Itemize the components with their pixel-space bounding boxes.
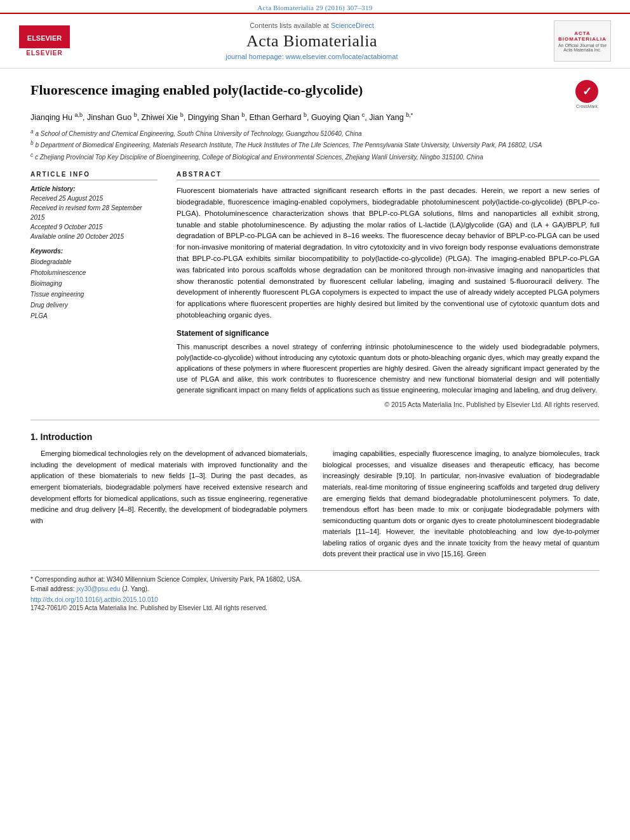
history-revised: Received in revised form 28 September 20…: [30, 203, 158, 222]
keyword-bioimaging: Bioimaging: [30, 278, 158, 289]
intro-right-para: imaging capabilities, especially fluores…: [323, 448, 600, 560]
issn-line: 1742-7061/© 2015 Acta Materialia Inc. Pu…: [30, 604, 600, 611]
abstract-header: ABSTRACT: [177, 171, 600, 180]
article-info-header: ARTICLE INFO: [30, 171, 158, 180]
journal-title: Acta Biomaterialia: [70, 32, 554, 51]
intro-left-para: Emerging biomedical technologies rely on…: [30, 448, 307, 526]
introduction-section: 1. Introduction Emerging biomedical tech…: [30, 432, 600, 560]
article-info-abstract-section: ARTICLE INFO Article history: Received 2…: [30, 171, 600, 408]
intro-heading: 1. Introduction: [30, 432, 600, 442]
keyword-plga: PLGA: [30, 310, 158, 321]
article-info-col: ARTICLE INFO Article history: Received 2…: [30, 171, 158, 408]
crossmark-icon: ✓: [575, 80, 598, 103]
corresponding-author-note: * Corresponding author at: W340 Millenni…: [30, 575, 600, 584]
section-divider: [30, 420, 600, 420]
history-accepted: Accepted 9 October 2015: [30, 222, 158, 232]
svg-text:ELSEVIER: ELSEVIER: [27, 34, 62, 42]
abstract-col: ABSTRACT Fluorescent biomaterials have a…: [177, 171, 600, 408]
journal-top-citation: Acta Biomaterialia 29 (2016) 307–319: [0, 0, 630, 13]
article-title-section: Fluorescence imaging enabled poly(lactid…: [30, 81, 600, 107]
keyword-photoluminescence: Photoluminescence: [30, 267, 158, 278]
authors-line: Jianqing Hu a,b, Jinshan Guo b, Zhiwei X…: [30, 112, 600, 122]
abstract-text: Fluorescent biomaterials have attracted …: [177, 185, 600, 321]
intro-body-two-col: Emerging biomedical technologies rely on…: [30, 448, 600, 560]
elsevier-logo-box: ELSEVIER: [19, 25, 70, 48]
journal-name-section: Contents lists available at ScienceDirec…: [70, 22, 554, 60]
journal-logo-right: ACTA BIOMATERIALIA An Official Journal o…: [554, 20, 611, 62]
keyword-biodegradable: Biodegradable: [30, 257, 158, 267]
footnotes: * Corresponding author at: W340 Millenni…: [30, 570, 600, 611]
copyright-line: © 2015 Acta Materialia Inc. Published by…: [177, 401, 600, 408]
elsevier-logo: ELSEVIER ELSEVIER: [19, 25, 70, 57]
journal-homepage: journal homepage: www.elsevier.com/locat…: [70, 53, 554, 60]
history-received: Received 25 August 2015: [30, 194, 158, 203]
main-content: Fluorescence imaging enabled poly(lactid…: [0, 69, 630, 624]
affil-b: b b Department of Biomedical Engineering…: [30, 140, 600, 150]
journal-header: ELSEVIER ELSEVIER Contents lists availab…: [0, 13, 630, 69]
history-online: Available online 20 October 2015: [30, 232, 158, 241]
article-title: Fluorescence imaging enabled poly(lactid…: [30, 81, 564, 100]
affil-a: a a School of Chemistry and Chemical Eng…: [30, 128, 600, 138]
affiliations: a a School of Chemistry and Chemical Eng…: [30, 128, 600, 162]
keyword-drug-delivery: Drug delivery: [30, 300, 158, 310]
elsevier-tree-icon: ELSEVIER: [25, 28, 64, 46]
doi-line[interactable]: http://dx.doi.org/10.1016/j.actbio.2015.…: [30, 596, 600, 603]
page-container: Acta Biomaterialia 29 (2016) 307–319 ELS…: [0, 0, 630, 840]
elsevier-text: ELSEVIER: [26, 50, 62, 57]
contents-available: Contents lists available at ScienceDirec…: [70, 22, 554, 29]
email-note: E-mail address: jxy30@psu.edu (J. Yang).: [30, 584, 600, 594]
affil-c: c c Zhejiang Provincial Top Key Discipli…: [30, 152, 600, 162]
intro-left-col: Emerging biomedical technologies rely on…: [30, 448, 307, 560]
keywords-section: Keywords: Biodegradable Photoluminescenc…: [30, 248, 158, 321]
crossmark-logo: ✓ CrossMark: [574, 81, 600, 107]
statement-text: This manuscript describes a novel strate…: [177, 342, 600, 396]
intro-right-col: imaging capabilities, especially fluores…: [323, 448, 600, 560]
statement-header: Statement of significance: [177, 329, 600, 338]
article-history: Article history: Received 25 August 2015…: [30, 185, 158, 241]
email-link[interactable]: jxy30@psu.edu: [76, 585, 120, 592]
keyword-tissue-engineering: Tissue engineering: [30, 289, 158, 300]
